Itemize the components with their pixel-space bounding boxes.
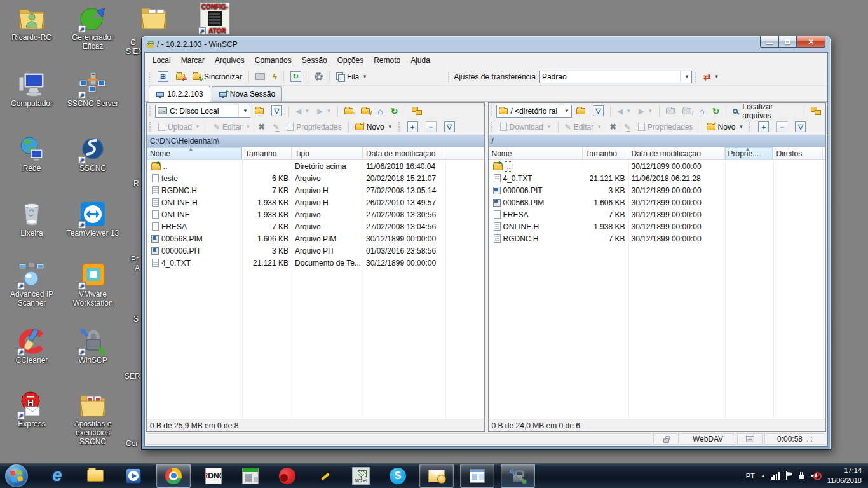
local-filter2-button[interactable]: ▽ [441,119,458,135]
column-header[interactable]: Tipo [292,147,363,159]
taskbar-chrome[interactable] [156,464,191,488]
muted-speaker-icon[interactable] [811,471,822,480]
local-root-dir-button[interactable]: / [358,105,373,117]
taskbar-internet-explorer[interactable]: e [43,464,71,488]
show-hidden-icons-chevron[interactable]: ▲ [761,473,766,478]
local-expand-button[interactable]: + [404,119,421,135]
maximize-button[interactable] [778,36,797,48]
column-header[interactable]: Nome [147,147,242,159]
transfer-preset-select[interactable]: Padrão▼ [539,71,692,83]
protocol-cell[interactable]: WebDAV [681,433,735,445]
queue-button[interactable]: Fila▼ [333,70,370,84]
remote-forward-button[interactable]: ▶▼ [635,105,656,118]
desktop-icon-lixeira[interactable]: Lixeira [3,201,61,238]
remote-properties-button[interactable]: Propriedades [635,120,696,134]
local-path-bar[interactable]: C:\DNC\Heidenhain\ [147,135,484,147]
local-filter-button[interactable]: ▽ [268,103,285,119]
desktop-icon-apostilas[interactable]: Apostilas e exercícios SSCNC [64,391,122,446]
file-row[interactable]: 000568.PIM1.606 KBArquivo PIM30/12/1899 … [147,233,484,245]
action-center-flag-icon[interactable] [785,471,792,480]
remote-back-button[interactable]: ◀▼ [614,105,634,118]
column-header[interactable]: Direitos [773,147,823,159]
remote-parent-dir-button[interactable]: ↑ [663,105,678,117]
download-button[interactable]: Download▼ [497,120,555,134]
remote-edit-button[interactable]: ✎Editar▼ [562,120,605,134]
column-header[interactable]: Tamanho [583,147,628,159]
remote-root-dir-button[interactable]: / [679,105,695,117]
remote-tree-button[interactable] [808,104,824,118]
upload-button[interactable]: Upload▼ [155,120,203,134]
power-plug-icon[interactable] [798,472,806,480]
local-edit-button[interactable]: ✎Editar▼ [210,120,254,134]
desktop-icon-express[interactable]: H ↗ Express [3,391,61,429]
file-row[interactable]: ..Diretório acima11/06/2018 16:40:04 [147,160,484,172]
start-button[interactable] [5,464,28,487]
refresh-button[interactable]: ↻ [287,69,304,85]
encryption-cell[interactable] [653,433,679,445]
local-new-button[interactable]: Novo▼ [352,120,396,134]
network-signal-icon[interactable] [771,472,780,480]
local-rename-button[interactable]: ✎̲ [269,121,282,133]
desktop-icon-winscp[interactable]: ↗ WinSCP [64,328,122,365]
file-row[interactable]: ONLINE.H1.938 KBArquivo H26/02/2010 13:4… [147,196,484,208]
file-row[interactable]: ONLINE1.938 KBArquivo27/02/2008 13:30:56 [147,208,484,220]
preferences-button[interactable] [311,70,326,83]
file-row[interactable]: 000568.PIM1.606 KB30/12/1899 00:00:00 [489,196,826,208]
remote-collapse-button[interactable]: − [773,119,790,135]
desktop-icon-configator[interactable]: CONFIG-ATOR ↗ [187,2,243,35]
file-row[interactable]: RGDNC.H7 KBArquivo H27/02/2008 13:05:14 [147,184,484,196]
taskbar-heidenhain[interactable] [236,464,264,488]
menu-marcar[interactable]: Marcar [176,54,210,67]
desktop-icon-teamviewer[interactable]: ↗ TeamViewer 13 [64,201,122,238]
desktop-icon-ccleaner[interactable]: ↗ CCleaner [3,328,61,365]
menu-opcoes[interactable]: Opções [332,54,369,67]
column-header[interactable]: Proprie... [725,147,773,159]
menu-comandos[interactable]: Comandos [250,54,297,67]
file-row[interactable]: ..30/12/1899 00:00:00 [489,160,826,172]
remote-directory-select[interactable]: / <diretório rai▼ [496,105,572,118]
local-refresh-button[interactable]: ↻ [388,104,402,118]
open-console-button[interactable] [252,71,268,83]
local-tree-button[interactable] [409,104,425,118]
resize-grip[interactable] [806,436,813,442]
menu-ajuda[interactable]: Ajuda [405,54,435,67]
title-bar[interactable]: / - 10.2.2.103 - WinSCP ✕ [144,36,828,52]
column-header[interactable]: Data de modificação [628,147,725,159]
taskbar-clock[interactable]: 17:14 11/06/2018 [827,466,862,485]
menu-remoto[interactable]: Remoto [369,54,405,67]
remote-rename-button[interactable]: ✎̲ [621,121,634,133]
local-parent-dir-button[interactable]: ↑ [341,105,356,117]
desktop-icon-gerenciador-eficaz[interactable]: ↗ Gerenciador Eficaz [64,5,122,51]
remote-delete-button[interactable]: ✖ [606,120,620,133]
desktop-icon-rede[interactable]: Rede [3,136,61,173]
new-session-tab[interactable]: Nova Sessão [212,86,282,101]
file-row[interactable]: 4_0.TXT21.121 KB11/06/2018 06:21:28 [489,172,826,184]
language-indicator[interactable]: PT [746,472,755,480]
synchronize-button[interactable]: ↻Sincronizar [189,70,245,84]
desktop-icon-advanced-ip-scanner[interactable]: ↗ Advanced IP Scanner [3,262,61,308]
file-row[interactable]: ONLINE.H1.938 KB30/12/1899 00:00:00 [489,220,826,233]
taskbar-media-player[interactable] [119,464,147,488]
file-row[interactable]: 000006.PIT3 KB30/12/1899 00:00:00 [489,184,826,196]
file-row[interactable]: FRESA7 KB30/12/1899 00:00:00 [489,208,826,220]
taskbar-windows-explorer[interactable] [81,464,109,488]
file-row[interactable]: 000006.PIT3 KBArquivo PIT01/03/2016 23:5… [147,245,484,257]
menu-arquivos[interactable]: Arquivos [210,54,250,67]
local-forward-button[interactable]: ▶▼ [314,105,334,118]
desktop-icon-vmware[interactable]: ↗ VMware Workstation [64,262,122,308]
remote-refresh-button[interactable]: ↻ [709,104,723,118]
column-header[interactable]: Nome [489,147,583,159]
local-collapse-button[interactable]: − [423,119,440,135]
remote-filter2-button[interactable]: ▽ [792,119,809,135]
column-header[interactable]: Tamanho [242,147,292,159]
local-delete-button[interactable]: ✖ [255,120,268,133]
minimize-button[interactable] [760,36,778,48]
taskbar-red-app[interactable] [273,464,301,488]
taskbar-rgdnc[interactable]: RDNC [200,464,227,488]
file-row[interactable]: teste6 KBArquivo20/02/2018 15:21:07 [147,172,484,184]
commands-button[interactable]: ϟ [269,70,280,83]
local-properties-button[interactable]: Propriedades [283,120,344,134]
file-row[interactable]: 4_0.TXT21.121 KBDocumento de Te...30/12/… [147,257,484,269]
remote-path-bar[interactable]: / [489,135,826,147]
taskbar-winscp[interactable]: ↖↘ [501,464,535,488]
